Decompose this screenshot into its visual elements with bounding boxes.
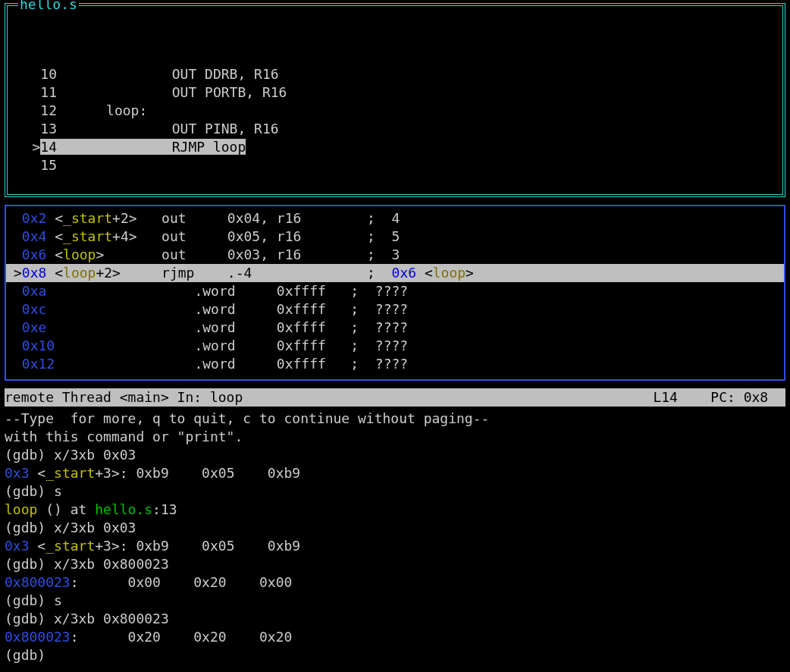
gdb-console[interactable]: --Type for more, q to quit, c to continu… xyxy=(5,410,785,664)
console-line: (gdb) xyxy=(5,646,785,664)
source-line: 15 xyxy=(8,156,782,174)
source-panel: hello.s 10 OUT DDRB, R16 11 OUT PORTB, R… xyxy=(5,3,785,197)
source-line: 12 loop: xyxy=(8,102,782,120)
disassembly-line: 0x10 .word 0xffff ; ???? xyxy=(6,337,784,355)
console-line: --Type for more, q to quit, c to continu… xyxy=(5,410,785,428)
console-line: 0x3 <_start+3>: 0xb9 0x05 0xb9 xyxy=(5,464,785,482)
disassembly-line: 0xc .word 0xffff ; ???? xyxy=(6,300,784,319)
source-line: 11 OUT PORTB, R16 xyxy=(8,83,782,102)
disassembly-line: 0x2 <_start+2> out 0x04, r16 ; 4 xyxy=(6,209,784,228)
source-title: hello.s xyxy=(18,0,79,14)
console-line: (gdb) s xyxy=(5,482,785,501)
console-line: (gdb) x/3xb 0x03 xyxy=(5,519,785,537)
status-bar: remote Thread <main> In: loop L14 PC: 0x… xyxy=(5,388,785,407)
source-line: >14 RJMP loop xyxy=(8,138,782,156)
disassembly-line: >0x8 <loop+2> rjmp .-4 ; 0x6 <loop> xyxy=(6,264,784,282)
console-line: (gdb) x/3xb 0x03 xyxy=(5,446,785,464)
disassembly-line: 0xe .word 0xffff ; ???? xyxy=(6,319,784,337)
source-lines: 10 OUT DDRB, R16 11 OUT PORTB, R16 12 lo… xyxy=(8,61,782,174)
console-line: loop () at hello.s:13 xyxy=(5,501,785,519)
disassembly-line: 0x12 .word 0xffff ; ???? xyxy=(6,355,784,373)
console-line: with this command or "print". xyxy=(5,428,785,446)
disassembly-line: 0x6 <loop> out 0x03, r16 ; 3 xyxy=(6,246,784,264)
disassembly-panel: 0x2 <_start+2> out 0x04, r16 ; 4 0x4 <_s… xyxy=(5,205,785,381)
source-line: 13 OUT PINB, R16 xyxy=(8,120,782,138)
status-left: remote Thread <main> In: loop xyxy=(5,388,653,407)
disassembly-line: 0xa .word 0xffff ; ???? xyxy=(6,282,784,300)
console-line: 0x3 <_start+3>: 0xb9 0x05 0xb9 xyxy=(5,537,785,555)
console-line: 0x800023: 0x00 0x20 0x00 xyxy=(5,573,785,592)
console-line: (gdb) x/3xb 0x800023 xyxy=(5,555,785,573)
console-line: (gdb) s xyxy=(5,592,785,610)
status-right: L14 PC: 0x8 xyxy=(653,388,782,407)
disassembly-line: 0x4 <_start+4> out 0x05, r16 ; 5 xyxy=(6,228,784,246)
console-line: 0x800023: 0x20 0x20 0x20 xyxy=(5,628,785,646)
source-line: 10 OUT DDRB, R16 xyxy=(8,65,782,83)
console-line: (gdb) x/3xb 0x800023 xyxy=(5,610,785,628)
